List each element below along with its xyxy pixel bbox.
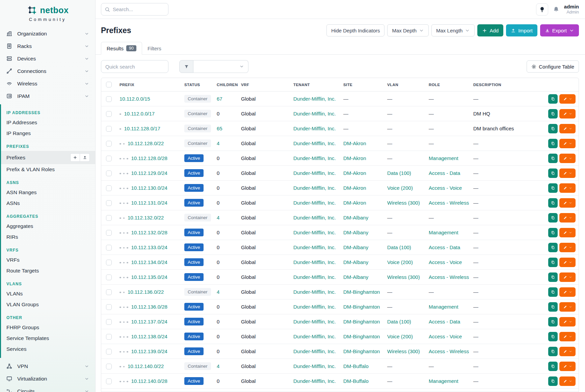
role-link[interactable]: Access - Wireless	[429, 348, 469, 354]
tenant-link[interactable]: Dunder-Mifflin, Inc.	[293, 155, 336, 161]
row-checkbox[interactable]	[106, 349, 112, 355]
vlan-link[interactable]: Data (100)	[387, 170, 411, 176]
tab-results[interactable]: Results90	[101, 42, 142, 55]
vlan-link[interactable]: Data (100)	[387, 244, 411, 250]
tenant-link[interactable]: Dunder-Mifflin, Inc.	[293, 185, 336, 191]
children-count-link[interactable]: 4	[217, 289, 219, 295]
tenant-link[interactable]: Dunder-Mifflin, Inc.	[293, 111, 336, 116]
quick-search-input[interactable]	[101, 60, 168, 73]
prefix-link[interactable]: 10.112.129.0/24	[131, 170, 167, 176]
tenant-link[interactable]: Dunder-Mifflin, Inc.	[293, 274, 336, 280]
tenant-link[interactable]: Dunder-Mifflin, Inc.	[293, 140, 336, 146]
edit-button[interactable]	[559, 302, 576, 312]
site-link[interactable]: DM-Albany	[343, 259, 368, 265]
children-count-link[interactable]: 4	[217, 363, 219, 369]
row-checkbox[interactable]	[106, 200, 112, 206]
row-checkbox[interactable]	[106, 185, 112, 191]
role-link[interactable]: Management	[429, 304, 458, 310]
tenant-link[interactable]: Dunder-Mifflin, Inc.	[293, 378, 336, 384]
vlan-link[interactable]: Wireless (300)	[387, 274, 420, 280]
row-checkbox[interactable]	[106, 215, 112, 221]
vlan-link[interactable]: Voice (200)	[387, 259, 413, 265]
row-checkbox[interactable]	[106, 156, 112, 161]
sidebar-item-route-targets[interactable]: Route Targets	[1, 265, 95, 276]
prefix-link[interactable]: 10.112.135.0/24	[131, 274, 167, 280]
hide-depth-indicators-button[interactable]: Hide Depth Indicators	[326, 24, 384, 36]
clone-button[interactable]	[548, 347, 558, 356]
role-link[interactable]: Access - Data	[429, 319, 460, 324]
edit-button[interactable]	[559, 109, 576, 119]
clone-button[interactable]	[548, 317, 558, 326]
site-link[interactable]: DM-Albany	[343, 215, 368, 220]
vlan-link[interactable]: Voice (200)	[387, 334, 413, 339]
prefix-link[interactable]: 10.112.133.0/24	[131, 244, 167, 250]
site-link[interactable]: DM-Akron	[343, 155, 366, 161]
tenant-link[interactable]: Dunder-Mifflin, Inc.	[293, 363, 336, 369]
children-count-link[interactable]: 4	[217, 215, 219, 220]
site-link[interactable]: DM-Albany	[343, 274, 368, 280]
sidebar-item-services[interactable]: Services	[1, 344, 95, 355]
tenant-link[interactable]: Dunder-Mifflin, Inc.	[293, 319, 336, 324]
row-checkbox[interactable]	[106, 275, 112, 280]
sidebar-item-vrfs[interactable]: VRFs	[1, 255, 95, 265]
edit-button[interactable]	[559, 154, 576, 163]
tenant-link[interactable]: Dunder-Mifflin, Inc.	[293, 215, 336, 220]
site-link[interactable]: DM-Akron	[343, 170, 366, 176]
tenant-link[interactable]: Dunder-Mifflin, Inc.	[293, 170, 336, 176]
clone-button[interactable]	[548, 258, 558, 267]
site-link[interactable]: DM-Binghamton	[343, 348, 380, 354]
row-checkbox[interactable]	[106, 378, 112, 384]
sidebar-item-service-templates[interactable]: Service Templates	[1, 333, 95, 344]
vlan-link[interactable]: Data (100)	[387, 319, 411, 324]
clone-button[interactable]	[548, 376, 558, 386]
prefix-link[interactable]: 10.112.0.0/17	[124, 111, 155, 116]
edit-button[interactable]	[559, 332, 576, 341]
edit-button[interactable]	[559, 168, 576, 178]
row-checkbox[interactable]	[106, 111, 112, 117]
clone-button[interactable]	[548, 139, 558, 148]
sidebar-item-ipam[interactable]: IPAM	[0, 90, 95, 102]
import-button[interactable]: Import	[506, 24, 537, 36]
tenant-link[interactable]: Dunder-Mifflin, Inc.	[293, 289, 336, 295]
edit-button[interactable]	[559, 287, 576, 297]
edit-button[interactable]	[559, 243, 576, 252]
children-count-link[interactable]: 65	[217, 126, 222, 131]
select-all-checkbox[interactable]	[106, 82, 112, 87]
clone-button[interactable]	[548, 109, 558, 119]
export-button[interactable]: Export	[540, 24, 579, 36]
site-link[interactable]: DM-Albany	[343, 244, 368, 250]
role-link[interactable]: Management	[429, 155, 458, 161]
tenant-link[interactable]: Dunder-Mifflin, Inc.	[293, 304, 336, 310]
configure-table-button[interactable]: Configure Table	[527, 60, 579, 73]
prefix-link[interactable]: 10.112.132.0/28	[131, 230, 167, 235]
edit-button[interactable]	[559, 317, 576, 326]
sidebar-item-fhrp-groups[interactable]: FHRP Groups	[1, 322, 95, 333]
quick-add-button[interactable]	[70, 153, 80, 162]
prefix-link[interactable]: 10.112.0.0/15	[119, 96, 150, 102]
prefix-link[interactable]: 10.112.140.0/28	[131, 378, 167, 384]
tenant-link[interactable]: Dunder-Mifflin, Inc.	[293, 200, 336, 206]
edit-button[interactable]	[559, 258, 576, 267]
clone-button[interactable]	[548, 228, 558, 237]
row-checkbox[interactable]	[106, 245, 112, 251]
edit-button[interactable]	[559, 272, 576, 282]
site-link[interactable]: DM-Binghamton	[343, 289, 380, 295]
sidebar-item-virtualization[interactable]: Virtualization	[0, 372, 95, 385]
role-link[interactable]: Access - Voice	[429, 259, 462, 265]
clone-button[interactable]	[548, 287, 558, 297]
quick-import-button[interactable]	[80, 153, 90, 162]
row-checkbox[interactable]	[106, 334, 112, 340]
site-link[interactable]: DM-Buffalo	[343, 378, 369, 384]
row-checkbox[interactable]	[106, 171, 112, 176]
sidebar-item-vpn[interactable]: VPN	[0, 360, 95, 372]
tenant-link[interactable]: Dunder-Mifflin, Inc.	[293, 230, 336, 235]
add-button[interactable]: Add	[477, 24, 503, 36]
clone-button[interactable]	[548, 183, 558, 193]
role-link[interactable]: Access - Wireless	[429, 200, 469, 206]
role-link[interactable]: Access - Voice	[429, 334, 462, 339]
sidebar-item-racks[interactable]: Racks	[0, 40, 95, 52]
saved-filter-select[interactable]	[193, 60, 248, 73]
row-checkbox[interactable]	[106, 230, 112, 236]
clone-button[interactable]	[548, 124, 558, 133]
clone-button[interactable]	[548, 243, 558, 252]
